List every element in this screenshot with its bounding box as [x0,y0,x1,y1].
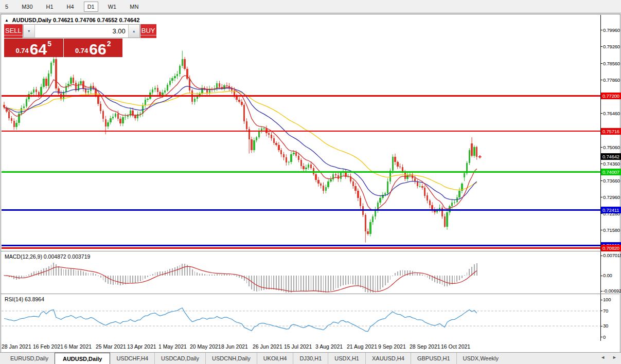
macd-axis-tick [600,256,602,256]
time-axis-label: 28 Jan 2021 [2,343,31,350]
macd-axis-tick [600,291,602,292]
timeframe-button-mn[interactable]: MN [126,2,142,11]
time-axis-label: 3 Aug 2021 [315,343,343,350]
tab-scroll-right-button[interactable]: ► [612,355,617,360]
volume-input[interactable] [35,25,128,38]
timeframe-button-h1[interactable]: H1 [43,2,57,11]
price-line-label: 0.70820 [601,245,621,251]
horizontal-line[interactable] [2,247,600,249]
chart-tab-usdchf-h4[interactable]: USDCHF,H4 [110,353,154,364]
timeframe-button-w1[interactable]: W1 [104,2,120,11]
chart-tab-eurusd-daily[interactable]: EURUSD,Daily [4,353,55,364]
sell-price-display[interactable]: 0.74645 [4,39,63,57]
rsi-axis-tick [600,337,602,337]
chart-symbol-label: AUDUSD,Daily [12,17,51,23]
rsi-axis-label: 100 [603,297,611,302]
price-axis-tick [600,180,602,181]
buy-price-pip-digit: 2 [107,40,111,48]
price-axis-line [600,15,601,341]
rsi-axis-label: 0 [603,334,606,340]
tab-scroll-controls: ◄ ► [600,355,617,360]
chart-tab-usdcnh-daily[interactable]: USDCNH,Daily [205,353,257,364]
chart-tab-gbpusd-h1[interactable]: GBPUSD,H1 [411,353,456,364]
chart-tab-usdx-weekly[interactable]: USDX,Weekly [456,353,505,364]
collapse-triangle-icon[interactable]: ▲ [5,18,9,23]
macd-axis-label: -0.006925 [603,288,621,294]
time-axis-label: 13 Apr 2021 [127,343,156,350]
macd-axis-tick [600,276,602,276]
chart-tab-bar: EURUSD,DailyAUDUSD,DailyUSDCHF,H4USDCAD,… [0,352,621,364]
price-line-label: 0.75716 [601,128,621,135]
chart-tab-ukoil-h4[interactable]: UKOil,H4 [257,353,293,364]
chart-title: ▲ AUDUSD,Daily 0.74621 0.74706 0.74552 0… [5,17,139,23]
sell-price-pip-digit: 5 [47,40,51,48]
horizontal-line[interactable] [2,95,600,97]
time-axis-label: 8 Jun 2021 [221,343,248,350]
time-axis-label: 28 Sep 2021 [410,343,440,350]
price-axis-tick [600,163,602,164]
sell-button[interactable]: SELL [4,24,23,38]
price-axis-tick [600,46,602,47]
sell-button-label: SELL [4,27,23,35]
rsi-axis-label: 30 [603,323,608,329]
chart-tab-xauusd-h4[interactable]: XAUUSD,H4 [365,353,411,364]
time-axis-label: 9 Sep 2021 [378,343,406,350]
pane-separator[interactable] [1,251,619,251]
tab-scroll-left-button[interactable]: ◄ [600,355,605,360]
rsi-axis-label: 70 [603,308,608,314]
macd-indicator-canvas[interactable] [2,252,600,293]
timeframe-button-d1[interactable]: D1 [84,2,98,12]
horizontal-line[interactable] [2,245,600,246]
timeframe-toolbar: 5M30H1H4D1W1MN [0,0,621,13]
rsi-axis-tick [600,300,602,300]
chart-tab-dj30-h1[interactable]: DJ30,H1 [293,353,328,364]
rsi-axis-tick [600,326,602,326]
time-axis-label: 26 Jun 2021 [253,343,282,350]
time-axis-label: 25 Mar 2021 [96,343,126,350]
price-axis-label: 0.77860 [603,77,620,83]
buy-price-prefix: 0.74 [75,47,88,54]
buy-price-display[interactable]: 0.74662 [64,39,123,57]
price-line-label: 0.74642 [601,153,621,160]
price-axis-label: 0.73660 [603,178,620,184]
chevron-down-icon: ▼ [27,29,31,33]
volume-spinner: ▼ ▲ [23,24,140,38]
time-axis-label: 21 Aug 2021 [347,343,377,350]
chart-tab-audusd-daily[interactable]: AUDUSD,Daily [55,353,110,364]
price-axis-tick [600,80,602,80]
horizontal-line[interactable] [2,209,600,211]
buy-button[interactable]: BUY [140,24,156,38]
timeframe-button-5[interactable]: 5 [2,2,12,11]
pane-separator[interactable] [1,294,619,294]
horizontal-line[interactable] [2,171,600,173]
price-axis-label: 0.72960 [603,194,620,200]
buy-price-big-digits: 66 [89,43,106,56]
macd-axis-label: 0.00 [603,272,612,278]
chart-ohlc-values: 0.74621 0.74706 0.74552 0.74642 [53,17,139,23]
timeframe-button-m30[interactable]: M30 [18,2,36,11]
chart-tab-usdcad-daily[interactable]: USDCAD,Daily [154,353,205,364]
price-line-label: 0.74007 [601,169,621,175]
price-axis-tick [600,230,602,230]
price-axis-label: 0.74360 [603,161,620,167]
rsi-indicator-canvas[interactable] [2,295,600,340]
time-axis-label: 16 Oct 2021 [441,343,470,350]
sell-price-big-digits: 64 [30,43,47,56]
timeframe-button-h4[interactable]: H4 [63,2,78,11]
rsi-axis-tick [600,311,602,311]
time-axis-label: 20 May 2021 [190,343,221,350]
price-axis-tick [600,147,602,148]
chart-tab-usdx-h1[interactable]: USDX,H1 [328,353,365,364]
volume-increase-button[interactable]: ▲ [128,25,139,38]
volume-decrease-button[interactable]: ▼ [24,25,35,38]
price-axis-tick [600,197,602,197]
buy-button-label: BUY [140,27,156,35]
price-axis-label: 0.79960 [603,27,620,33]
one-click-trading-panel: SELL ▼ ▲ BUY 0.74645 0.74662 [4,24,122,57]
horizontal-line[interactable] [2,131,600,132]
price-axis-label: 0.76460 [603,111,620,116]
macd-axis-label: 0.007015 [603,252,621,258]
sell-price-prefix: 0.74 [16,47,29,54]
macd-indicator-label: MACD(12,26,9) 0.004872 0.003719 [5,253,90,260]
price-axis-label: 0.79260 [603,44,620,49]
